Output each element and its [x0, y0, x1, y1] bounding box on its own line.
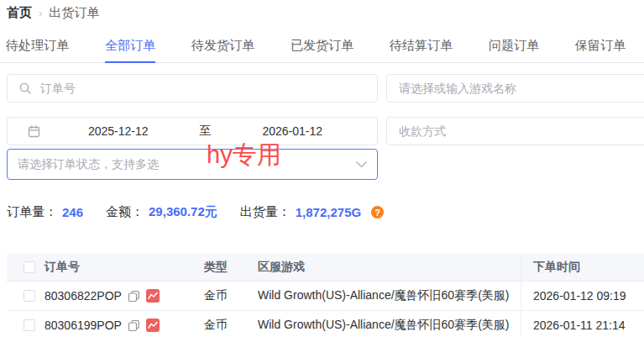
- header-checkbox-cell: [7, 261, 38, 273]
- payment-method-input[interactable]: [397, 124, 644, 139]
- search-icon: [19, 82, 31, 94]
- price-trend-icon[interactable]: [146, 319, 160, 332]
- price-trend-icon[interactable]: [146, 289, 160, 303]
- game-server-cell: Wild Growth(US)-Alliance/魔兽怀旧60赛季(美服): [251, 318, 521, 333]
- order-tabs: 待处理订单 全部订单 待发货订单 已发货订单 待结算订单 问题订单 保留订单: [0, 38, 644, 63]
- date-start-value[interactable]: 2025-12-12: [40, 124, 196, 138]
- row-checkbox[interactable]: [24, 319, 35, 331]
- tab-shipped[interactable]: 已发货订单: [291, 38, 353, 62]
- copy-icon[interactable]: [128, 290, 140, 303]
- column-header-type: 类型: [197, 260, 251, 275]
- order-status-placeholder: 请选择订单状态，支持多选: [18, 157, 159, 172]
- shipment-label: 出货量：: [240, 204, 291, 220]
- row-checkbox-cell: [7, 290, 38, 302]
- orders-table: 订单号 类型 区服游戏 下单时间 80306822POP 金币 Wild Gro…: [7, 254, 644, 337]
- row-checkbox-cell: [7, 319, 38, 331]
- order-count-label: 订单量：: [7, 204, 57, 220]
- tab-reserved[interactable]: 保留订单: [575, 38, 626, 62]
- help-icon[interactable]: ?: [371, 206, 384, 219]
- tab-to-ship[interactable]: 待发货订单: [191, 38, 254, 62]
- table-row: 80306822POP 金币 Wild Growth(US)-Alliance/…: [7, 282, 644, 311]
- amount-value: 29,360.72元: [149, 204, 217, 220]
- order-number-input-wrap[interactable]: [7, 74, 378, 103]
- order-no-cell: 80306199POP: [38, 319, 197, 332]
- order-time-cell: 2026-01-11 21:14: [521, 311, 644, 337]
- tab-to-settle[interactable]: 待结算订单: [390, 38, 453, 62]
- payment-method-input-wrap[interactable]: [386, 117, 644, 145]
- chevron-down-icon: [356, 161, 367, 168]
- order-status-select[interactable]: 请选择订单状态，支持多选: [7, 149, 378, 180]
- shipment-value: 1,872,275G: [296, 205, 361, 219]
- table-row: 80306199POP 金币 Wild Growth(US)-Alliance/…: [7, 311, 644, 337]
- date-end-value[interactable]: 2026-01-12: [215, 124, 371, 138]
- table-header-row: 订单号 类型 区服游戏 下单时间: [7, 254, 644, 282]
- breadcrumb: 首页 › 出货订单: [7, 5, 99, 21]
- hy-annotation-watermark: hy专用: [207, 142, 281, 169]
- order-management-page: { "breadcrumb": { "home": "首页", "separat…: [0, 0, 644, 337]
- order-no-text: 80306822POP: [45, 289, 122, 303]
- breadcrumb-current: 出货订单: [49, 5, 99, 21]
- breadcrumb-separator-icon: ›: [39, 7, 42, 19]
- order-count-value: 246: [62, 205, 83, 219]
- row-checkbox[interactable]: [24, 290, 35, 302]
- tab-problem[interactable]: 问题订单: [489, 38, 539, 62]
- summary-stats: 订单量： 246 金额： 29,360.72元 出货量： 1,872,275G …: [7, 204, 384, 220]
- column-header-game: 区服游戏: [251, 260, 521, 275]
- copy-icon[interactable]: [128, 319, 140, 332]
- date-range-picker[interactable]: 2025-12-12 至 2026-01-12: [7, 117, 378, 145]
- date-range-separator: 至: [196, 124, 215, 139]
- game-name-input-wrap[interactable]: [386, 74, 644, 103]
- breadcrumb-home[interactable]: 首页: [7, 5, 32, 21]
- order-type-cell: 金币: [197, 288, 251, 303]
- order-time-cell: 2026-01-12 09:19: [521, 282, 644, 310]
- order-type-cell: 金币: [197, 318, 251, 333]
- tab-pending[interactable]: 待处理订单: [6, 38, 69, 62]
- amount-label: 金额：: [106, 204, 144, 220]
- order-no-text: 80306199POP: [45, 319, 122, 332]
- calendar-icon: [28, 125, 40, 138]
- tab-all-orders[interactable]: 全部订单: [105, 38, 155, 63]
- order-number-input[interactable]: [39, 81, 369, 96]
- game-name-input[interactable]: [397, 81, 644, 96]
- select-all-checkbox[interactable]: [24, 261, 35, 273]
- column-header-order-no: 订单号: [38, 260, 197, 275]
- game-server-cell: Wild Growth(US)-Alliance/魔兽怀旧60赛季(美服): [251, 288, 521, 303]
- column-header-time: 下单时间: [521, 254, 644, 281]
- order-no-cell: 80306822POP: [38, 289, 197, 303]
